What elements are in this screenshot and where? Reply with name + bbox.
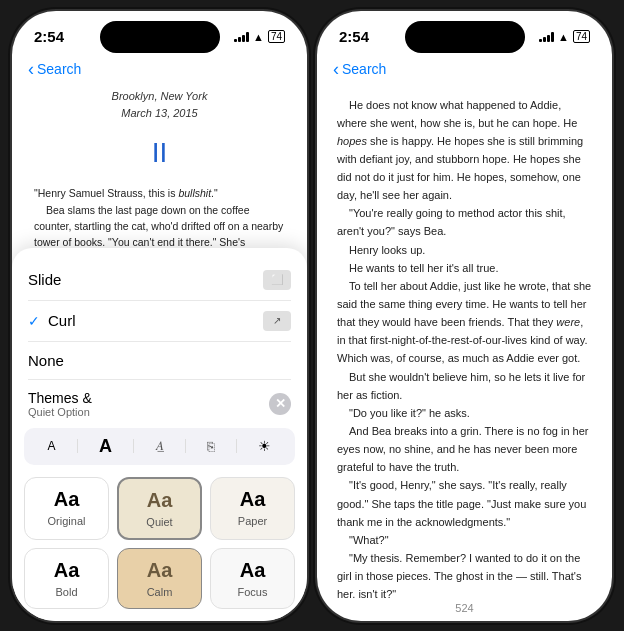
theme-focus-preview: Aa: [240, 559, 266, 582]
left-phone: 2:54 ▲ 74 ‹ Search Brooklyn, Ne: [12, 11, 307, 621]
page-number: 524: [317, 598, 612, 618]
theme-focus[interactable]: Aa Focus: [210, 548, 295, 609]
theme-calm-preview: Aa: [147, 559, 173, 582]
themes-subtitle: Quiet Option: [28, 406, 92, 418]
back-arrow-icon-right: ‹: [333, 59, 339, 80]
dynamic-island-right: [405, 21, 525, 53]
back-button-right[interactable]: ‹ Search: [333, 59, 386, 80]
wifi-icon-right: ▲: [558, 31, 569, 43]
option-slide[interactable]: Slide ⬜: [28, 260, 291, 301]
theme-paper-preview: Aa: [240, 488, 266, 511]
checkmark-icon: ✓: [28, 313, 40, 329]
dynamic-island: [100, 21, 220, 53]
status-icons-left: ▲ 74: [234, 30, 285, 43]
book-subtitle: Brooklyn, New York March 13, 2015: [34, 88, 285, 123]
back-arrow-icon: ‹: [28, 59, 34, 80]
nav-bar-left: ‹ Search: [12, 55, 307, 88]
theme-original[interactable]: Aa Original: [24, 477, 109, 540]
theme-original-preview: Aa: [54, 488, 80, 511]
divider: [77, 439, 78, 453]
slide-option-icon: ⬜: [263, 270, 291, 290]
signal-icon-right: [539, 32, 554, 42]
themes-title: Themes &: [28, 390, 92, 406]
theme-calm-label: Calm: [147, 586, 173, 598]
theme-original-label: Original: [48, 515, 86, 527]
status-icons-right: ▲ 74: [539, 30, 590, 43]
wifi-icon: ▲: [253, 31, 264, 43]
curl-option-icon: ↗: [263, 311, 291, 331]
phones-container: 2:54 ▲ 74 ‹ Search Brooklyn, Ne: [2, 6, 622, 626]
theme-quiet[interactable]: Aa Quiet: [117, 477, 202, 540]
back-button-left[interactable]: ‹ Search: [28, 59, 81, 80]
theme-focus-label: Focus: [238, 586, 268, 598]
theme-calm[interactable]: Aa Calm: [117, 548, 202, 609]
battery-icon: 74: [268, 30, 285, 43]
option-none[interactable]: None: [28, 342, 291, 380]
status-time-right: 2:54: [339, 28, 369, 45]
overlay-panel: Slide ⬜ ✓ Curl ↗ None: [12, 248, 307, 621]
status-time-left: 2:54: [34, 28, 64, 45]
right-book-content: He does not know what happened to Addie,…: [317, 88, 612, 598]
font-options-btn[interactable]: ⎘: [207, 439, 215, 454]
theme-quiet-label: Quiet: [146, 516, 172, 528]
font-decrease-btn[interactable]: A: [48, 439, 56, 453]
divider3: [185, 439, 186, 453]
theme-grid: Aa Original Aa Quiet Aa Paper Aa Bold Aa: [12, 469, 307, 621]
themes-header: Themes & Quiet Option ✕: [12, 380, 307, 424]
font-style-btn[interactable]: 𝐴̲: [156, 438, 164, 454]
font-controls: A A 𝐴̲ ⎘ ☀: [24, 428, 295, 465]
font-increase-btn[interactable]: A: [99, 436, 112, 457]
brightness-btn[interactable]: ☀: [258, 438, 271, 454]
signal-icon: [234, 32, 249, 42]
theme-paper[interactable]: Aa Paper: [210, 477, 295, 540]
option-slide-label: Slide: [28, 271, 61, 288]
option-none-label: None: [28, 352, 64, 369]
theme-bold[interactable]: Aa Bold: [24, 548, 109, 609]
theme-paper-label: Paper: [238, 515, 267, 527]
option-curl-label: Curl: [48, 312, 76, 329]
theme-quiet-preview: Aa: [147, 489, 173, 512]
close-button[interactable]: ✕: [269, 393, 291, 415]
divider4: [236, 439, 237, 453]
divider2: [133, 439, 134, 453]
back-label-right: Search: [342, 61, 386, 77]
theme-bold-preview: Aa: [54, 559, 80, 582]
chapter-number: II: [34, 131, 285, 176]
theme-bold-label: Bold: [55, 586, 77, 598]
option-curl[interactable]: ✓ Curl ↗: [28, 301, 291, 342]
nav-bar-right: ‹ Search: [317, 55, 612, 88]
battery-icon-right: 74: [573, 30, 590, 43]
transition-options: Slide ⬜ ✓ Curl ↗ None: [12, 248, 307, 380]
back-label-left: Search: [37, 61, 81, 77]
right-phone: 2:54 ▲ 74 ‹ Search He does not know what: [317, 11, 612, 621]
